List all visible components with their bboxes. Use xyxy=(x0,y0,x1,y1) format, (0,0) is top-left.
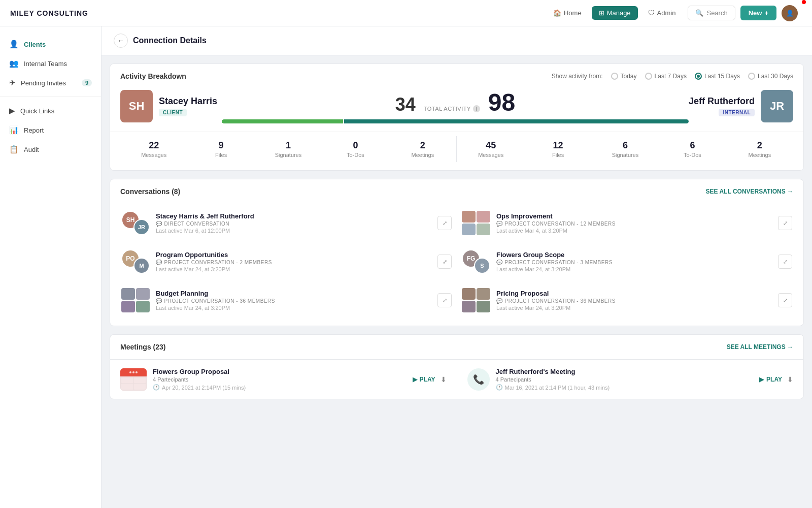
thumb-cell-0 xyxy=(121,377,133,384)
conv-grid-av-5-3 xyxy=(477,301,490,312)
conv-expand-3[interactable]: ⤢ xyxy=(778,255,792,269)
conv-info-4: Budget Planning 💬 PROJECT CONVERSATION -… xyxy=(156,290,431,311)
filter-today[interactable]: Today xyxy=(611,73,637,80)
conv-type-5: 💬 PROJECT CONVERSATION - 36 MEMBERS xyxy=(496,298,772,304)
conversations-grid: SH JR Stacey Harris & Jeff Rutherford 💬 … xyxy=(110,204,803,326)
conv-active-3: Last active Mar 24, at 3:20PM xyxy=(496,266,772,272)
meetings-header: Meetings (23) SEE ALL MEETINGS → xyxy=(110,334,804,359)
conversation-item-1[interactable]: Ops Improvement 💬 PROJECT CONVERSATION -… xyxy=(457,204,797,242)
filter-last7[interactable]: Last 7 Days xyxy=(645,73,687,80)
person-left: SH Stacey Harris CLIENT xyxy=(120,90,222,122)
filter-last30[interactable]: Last 30 Days xyxy=(748,73,793,80)
person-right-name: Jeff Rutherford xyxy=(689,96,755,107)
play-button-1[interactable]: ▶ PLAY xyxy=(759,376,782,383)
page-title: Connection Details xyxy=(133,36,207,45)
see-all-meetings[interactable]: SEE ALL MEETINGS → xyxy=(727,343,793,351)
filter-last15[interactable]: Last 15 Days xyxy=(695,73,740,80)
conv-type-4: 💬 PROJECT CONVERSATION - 36 MEMBERS xyxy=(156,298,431,304)
chat-icon-2: 💬 xyxy=(156,260,162,265)
conversations-card: Conversations (8) SEE ALL CONVERSATIONS … xyxy=(110,179,804,326)
new-button[interactable]: New + xyxy=(740,6,776,20)
dot3 xyxy=(136,371,138,373)
nav-manage[interactable]: ⊞ Manage xyxy=(592,6,638,20)
info-icon: i xyxy=(473,105,480,112)
filter-radio-last7 xyxy=(645,73,652,80)
meeting-time-0: 🕐 Apr 20, 2021 at 2:14PM (15 mins) xyxy=(153,384,407,391)
conversation-item-5[interactable]: Pricing Proposal 💬 PROJECT CONVERSATION … xyxy=(457,281,797,320)
conversation-item-0[interactable]: SH JR Stacey Harris & Jeff Rutherford 💬 … xyxy=(116,204,457,242)
conversation-item-3[interactable]: FG S Flowers Group Scope 💬 PROJECT CONVE… xyxy=(457,242,797,281)
total-left: 34 xyxy=(395,94,416,115)
meeting-actions-0: ▶ PLAY ⬇ xyxy=(413,375,447,384)
nav-home[interactable]: 🏠 Home xyxy=(546,6,589,20)
download-button-1[interactable]: ⬇ xyxy=(787,375,793,384)
conv-grid-av-4-1 xyxy=(136,288,150,300)
brand-logo: MILEY CONSULTING xyxy=(10,9,88,17)
conv-active-0: Last active Mar 6, at 12:00PM xyxy=(156,228,431,234)
conv-expand-4[interactable]: ⤢ xyxy=(437,293,452,307)
stats-right: 45 Messages 12 Files 6 Signatures 6 To-D… xyxy=(456,136,793,162)
sidebar-item-pending-invites[interactable]: ✈ Pending Invites 9 xyxy=(0,73,101,92)
conv-expand-0[interactable]: ⤢ xyxy=(437,216,452,230)
sidebar-item-quick-links[interactable]: ▶ Quick Links xyxy=(0,101,101,120)
stat-left-signatures: 1 Signatures xyxy=(255,136,322,162)
conv-avatars-0: SH JR xyxy=(121,211,150,235)
meeting-participants-0: 4 Partecipants xyxy=(153,376,407,383)
conv-avatars-5 xyxy=(462,288,490,312)
nav-admin[interactable]: 🛡 Admin xyxy=(641,6,683,20)
filter-radio-last15 xyxy=(695,73,702,80)
conv-grid-av-4-3 xyxy=(136,301,150,312)
user-avatar[interactable]: 👤 xyxy=(782,5,798,21)
dot1 xyxy=(129,371,131,373)
sidebar-item-report[interactable]: 📊 Report xyxy=(0,120,101,140)
manage-icon: ⊞ xyxy=(599,9,604,17)
plus-icon: + xyxy=(764,9,768,17)
stat-left-messages: 22 Messages xyxy=(120,136,187,162)
person-right: Jeff Rutherford INTERNAL JR xyxy=(689,90,793,122)
person-left-name: Stacey Harris xyxy=(159,96,217,107)
progress-bars xyxy=(222,119,689,123)
thumb-cell-2 xyxy=(121,384,133,390)
back-button[interactable]: ← xyxy=(114,34,128,48)
see-all-conversations[interactable]: SEE ALL CONVERSATIONS → xyxy=(706,188,793,195)
notification-dot xyxy=(802,0,806,4)
conv-grid-av-5-0 xyxy=(462,288,476,300)
pending-badge: 9 xyxy=(82,79,92,86)
conv-info-1: Ops Improvement 💬 PROJECT CONVERSATION -… xyxy=(496,212,772,234)
activity-body: SH Stacey Harris CLIENT 34 TOTAL ACTIVIT… xyxy=(110,80,803,132)
meeting-item-0: Flowers Group Proposal 4 Partecipants 🕐 … xyxy=(110,360,457,399)
conv-expand-5[interactable]: ⤢ xyxy=(778,293,792,307)
nav-links: 🏠 Home ⊞ Manage 🛡 Admin xyxy=(546,6,683,20)
stat-right-files: 12 Files xyxy=(524,136,591,162)
conversation-item-2[interactable]: PO M Program Opportunities 💬 PROJECT CON… xyxy=(116,242,457,281)
sidebar-item-clients[interactable]: 👤 Clients xyxy=(0,35,101,54)
conv-name-2: Program Opportunities xyxy=(156,251,431,259)
chat-icon-4: 💬 xyxy=(156,298,162,304)
progress-bar-right xyxy=(344,119,689,123)
filter-radio-last30 xyxy=(748,73,755,80)
download-button-0[interactable]: ⬇ xyxy=(441,375,447,384)
conv-type-2: 💬 PROJECT CONVERSATION - 2 MEMBERS xyxy=(156,260,431,265)
sidebar-item-audit[interactable]: 📋 Audit xyxy=(0,140,101,159)
conv-grid-av-1-0 xyxy=(462,211,476,223)
person-right-badge: INTERNAL xyxy=(719,109,755,116)
conv-expand-2[interactable]: ⤢ xyxy=(437,255,452,269)
conv-name-0: Stacey Harris & Jeff Rutherford xyxy=(156,212,431,220)
person-left-badge: CLIENT xyxy=(159,109,187,116)
conv-avatars-3: FG S xyxy=(462,249,490,274)
chat-icon-5: 💬 xyxy=(496,298,503,304)
stat-left-todos: 0 To-Dos xyxy=(322,136,389,162)
sidebar-item-internal-teams[interactable]: 👥 Internal Teams xyxy=(0,54,101,73)
play-button-0[interactable]: ▶ PLAY xyxy=(413,376,435,383)
conversation-item-4[interactable]: Budget Planning 💬 PROJECT CONVERSATION -… xyxy=(116,281,457,320)
conv-grid-av-1-3 xyxy=(477,224,490,235)
meeting-time-1: 🕐 Mar 16, 2021 at 2:14 PM (1 hour, 43 mi… xyxy=(496,384,754,391)
meeting-thumb-body-0 xyxy=(120,376,147,391)
chat-icon-1: 💬 xyxy=(496,221,503,227)
conv-info-0: Stacey Harris & Jeff Rutherford 💬 DIRECT… xyxy=(156,212,431,234)
report-icon: 📊 xyxy=(9,125,19,135)
conv-expand-1[interactable]: ⤢ xyxy=(778,216,792,230)
stat-right-messages: 45 Messages xyxy=(457,136,524,162)
search-button[interactable]: 🔍 Search xyxy=(688,6,735,20)
pending-invites-icon: ✈ xyxy=(9,78,16,87)
